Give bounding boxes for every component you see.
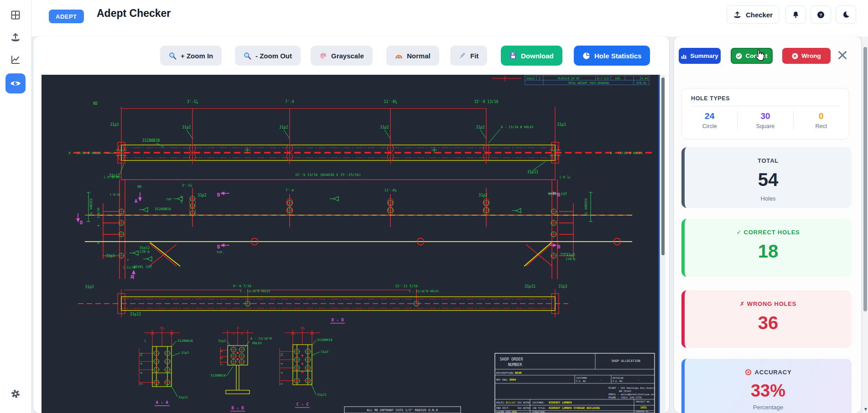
check-circle-icon (736, 53, 742, 59)
square-label: Square (738, 123, 793, 129)
svg-text:3 9/16: 3 9/16 (97, 207, 100, 218)
svg-text:3: 3 (220, 357, 223, 359)
help-button[interactable]: ? (811, 5, 831, 24)
correct-title: ✓ CORRECT HOLES (685, 219, 852, 236)
gear-icon (10, 389, 21, 399)
scroll-down-arrow[interactable]: ▼ (863, 407, 868, 412)
svg-text:B: B (557, 192, 561, 198)
svg-text:1: 1 (539, 77, 541, 80)
grayscale-label: Grayscale (331, 52, 364, 60)
eye-icon (10, 77, 21, 89)
svg-text:1 11/16: 1 11/16 (123, 266, 135, 269)
close-icon[interactable] (837, 49, 848, 61)
svg-text:PHONE : (501) 249-3770: PHONE : (501) 249-3770 (608, 396, 642, 399)
accuracy-value: 33% (685, 382, 852, 399)
upload-icon (733, 10, 742, 19)
svg-text:31p3: 31p3 (181, 351, 189, 355)
svg-text:31p11: 31p11 (527, 170, 538, 174)
checker-label: Checker (746, 11, 773, 19)
svg-text:31200B10: 31200B10 (142, 139, 160, 143)
svg-text:EL VARIES: EL VARIES (89, 198, 93, 216)
svg-text:CLEAN SPEC:: CLEAN SPEC: (496, 410, 513, 413)
normal-button[interactable]: Normal (386, 46, 439, 66)
svg-text:DESCRIPTION:: DESCRIPTION: (496, 372, 515, 374)
normal-label: Normal (407, 52, 431, 60)
tab-wrong[interactable]: Wrong (782, 48, 831, 64)
svg-text:2: 2 (233, 332, 234, 336)
svg-text:31p3: 31p3 (110, 123, 119, 127)
download-button[interactable]: Download (501, 46, 562, 66)
zoom-in-button[interactable]: + Zoom In (160, 46, 222, 66)
svg-text:ALL RE-ENTRANT CUTS 1/2" RADIU: ALL RE-ENTRANT CUTS 1/2" RADIUS U.N.O (367, 408, 438, 412)
sidebar-item-analytics[interactable] (7, 52, 24, 68)
checker-button[interactable]: Checker (727, 5, 779, 24)
svg-text:PL5X3/8 10'10": PL5X3/8 10'10" (558, 77, 581, 80)
fit-button[interactable]: Fit (450, 46, 487, 66)
page-scrollbar-thumb[interactable] (863, 47, 867, 311)
hole-type-square: 30 Square (737, 110, 793, 129)
sidebar-item-settings[interactable] (7, 386, 24, 402)
hole-statistics-button[interactable]: Hole Statistics (574, 46, 650, 66)
svg-text:31p2: 31p2 (380, 125, 389, 129)
page-title: Adept Checker (97, 7, 171, 20)
svg-text:⅜: ⅜ (144, 339, 146, 342)
canvas-scrollbar[interactable] (661, 75, 665, 413)
svg-text:BEAM: BEAM (515, 371, 522, 374)
svg-text:CUSTOMER: CUSTOMER (576, 377, 587, 379)
svg-text:2¾: 2¾ (151, 332, 154, 336)
svg-text:3½: 3½ (140, 353, 143, 356)
sidebar-item-viewer[interactable] (5, 73, 26, 93)
page-scrollbar[interactable]: ▼ (863, 36, 868, 413)
tab-summary[interactable]: Summary (679, 48, 721, 64)
hole-type-rect: 0 Rect (793, 110, 849, 129)
svg-text:B: B (217, 244, 220, 250)
dark-mode-button[interactable] (836, 5, 856, 24)
svg-text:D - D: D - D (331, 318, 344, 322)
svg-text:31p12: 31p12 (140, 246, 150, 250)
svg-text:1031: 1031 (640, 406, 647, 409)
adept-badge: ADEPT (49, 10, 84, 23)
tab-summary-label: Summary (690, 52, 718, 59)
square-count: 30 (738, 111, 793, 121)
svg-text:31200B10: 31200B10 (155, 207, 172, 211)
svg-text:-: - (600, 378, 602, 381)
svg-text:PROJECT NO.: PROJECT NO. (636, 400, 651, 403)
notifications-button[interactable] (785, 5, 806, 24)
rainbow-icon (395, 52, 403, 60)
sidebar-item-upload[interactable] (7, 29, 24, 46)
svg-text:11'-0⅝: 11'-0⅝ (384, 100, 397, 104)
svg-text:A: A (130, 274, 134, 280)
cad-canvas[interactable]: RD3'-1⅞7'-411'-0⅝15'-9 13/1631p331p231p2… (42, 75, 659, 413)
canvas-scrollbar-thumb[interactable] (661, 77, 665, 255)
circle-count: 24 (682, 111, 737, 121)
svg-text:5½: 5½ (160, 326, 164, 330)
upload-icon (10, 32, 21, 43)
svg-text:STRUCTURE:: STRUCTURE: (532, 410, 546, 413)
sidebar-item-grid[interactable] (7, 7, 24, 23)
svg-text:SHOP ORDER: SHOP ORDER (499, 357, 523, 361)
rect-label: Rect (794, 123, 849, 129)
svg-text:JOB TITLE:: JOB TITLE: (532, 407, 546, 409)
svg-text:E004: E004 (509, 378, 516, 381)
svg-text:⅜: ⅜ (181, 200, 182, 204)
svg-text:END DIST.: END DIST. (496, 407, 510, 409)
svg-text:HOLES:: HOLES: (496, 401, 505, 404)
svg-text:7'-4: 7'-4 (286, 188, 294, 192)
svg-text:DRAWING NO.: DRAWING NO. (636, 410, 650, 413)
grayscale-button[interactable]: Grayscale (311, 46, 373, 66)
svg-text:CTR'D: CTR'D (566, 258, 575, 261)
svg-text:SP2: SP2 (512, 410, 517, 413)
svg-text:15'-9 13/16: 15'-9 13/16 (474, 100, 499, 104)
svg-text:CUSTOMER:: CUSTOMER: (532, 401, 545, 404)
svg-text:578.45: 578.45 (636, 81, 646, 84)
svg-text:A - A: A - A (156, 400, 168, 405)
svg-text:(-5 9/16): (-5 9/16) (104, 176, 121, 179)
accuracy-card: ACCURACY 33% Percentage (681, 359, 852, 413)
canvas-right-border (659, 75, 660, 413)
svg-text:RIDEOUT LUMBER: RIDEOUT LUMBER (549, 401, 572, 404)
svg-text:(-6 ⅞): (-6 ⅞) (559, 176, 571, 179)
svg-text:1 9/16: 1 9/16 (109, 193, 120, 196)
zoom-out-button[interactable]: - Zoom Out (235, 46, 301, 66)
pencil-icon (459, 52, 466, 59)
svg-text:A: A (135, 198, 138, 204)
